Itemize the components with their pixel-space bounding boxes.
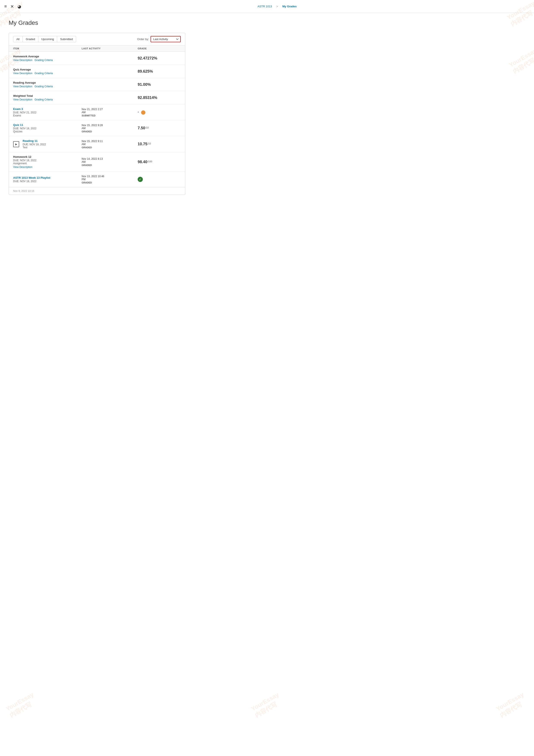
profile-icon[interactable]: ◕ — [17, 4, 21, 9]
reading11-date: Nov 15, 2022 9:11 — [82, 140, 138, 143]
reading11-status: GRADED — [82, 146, 138, 149]
hw12-title: Homework 12 — [13, 155, 82, 158]
playlist-check-icon: ✓ — [138, 177, 143, 182]
summary-row-homework: Homework Average View Description Gradin… — [9, 52, 185, 65]
exam3-status-icon — [141, 110, 145, 115]
order-by-select[interactable]: Last Activity Due Date Title Grade — [151, 36, 181, 42]
reading-avg-grade: 91.00% — [138, 82, 181, 87]
homework-avg-title: Homework Average — [13, 55, 82, 58]
homework-view-desc[interactable]: View Description — [13, 59, 32, 62]
close-icon[interactable]: ✕ — [10, 4, 14, 9]
playlist-status: GRADED — [82, 181, 138, 184]
quiz11-item: Quiz 11 DUE: NOV 18, 2022 Quizzes — [13, 123, 82, 133]
menu-icon[interactable]: ≡ — [4, 4, 7, 9]
filter-tab-upcoming[interactable]: Upcoming — [38, 36, 57, 42]
quiz11-title[interactable]: Quiz 11 — [13, 123, 82, 126]
homework-avg-grade-value: 92.47272% — [138, 56, 157, 60]
quiz-view-desc[interactable]: View Description — [13, 72, 32, 75]
reading-grading-criteria[interactable]: Grading Criteria — [35, 85, 53, 88]
quiz11-grade-fraction: 7.50 /10 — [138, 126, 181, 130]
col-header-item: ITEM — [13, 47, 82, 50]
table-row: Exam 3 DUE: NOV 21, 2022 Exams Nov 21, 2… — [9, 104, 185, 120]
grades-container: All Graded Upcoming Submitted Order by: … — [9, 33, 185, 195]
exam3-date: Nov 21, 2022 2:27 — [82, 108, 138, 111]
hw12-due: DUE: NOV 18, 2022 — [13, 159, 82, 162]
exam3-status: SUBMITTED — [82, 114, 138, 117]
truncated-row: Nov 8, 2022 10:16 — [9, 187, 185, 195]
reading11-play-button[interactable]: ▶ — [13, 141, 19, 147]
summary-item-homework: Homework Average View Description Gradin… — [13, 55, 82, 62]
filter-row: All Graded Upcoming Submitted Order by: … — [9, 33, 185, 45]
reading-avg-title: Reading Average — [13, 81, 82, 84]
summary-item-weighted: Weighted Total View Description Grading … — [13, 94, 82, 101]
playlist-item: ASTR 1013 Week 13 Playlist DUE: NOV 18, … — [13, 176, 82, 183]
hw12-status: GRADED — [82, 164, 138, 166]
reading11-time: AM — [82, 143, 86, 146]
reading-avg-links: View Description Grading Criteria — [13, 85, 82, 88]
quiz11-time: AM — [82, 127, 86, 130]
filter-tab-all[interactable]: All — [13, 36, 23, 42]
reading11-item: ▶ Reading 11 DUE: NOV 18, 2022 Test — [13, 139, 82, 149]
table-row: Homework 12 DUE: NOV 18, 2022 Assignment… — [9, 152, 185, 172]
table-row: ASTR 1013 Week 13 Playlist DUE: NOV 18, … — [9, 172, 185, 187]
order-by-section: Order by: Last Activity Due Date Title G… — [137, 36, 181, 42]
hw12-item: Homework 12 DUE: NOV 18, 2022 Assignment… — [13, 155, 82, 169]
hw12-view-desc[interactable]: View Description — [13, 166, 32, 169]
col-header-grade: GRADE — [138, 47, 181, 50]
quiz11-status: GRADED — [82, 130, 138, 133]
reading-avg-grade-value: 91.00% — [138, 82, 151, 87]
hw12-grade-denom: /100 — [147, 160, 152, 163]
weighted-view-desc[interactable]: View Description — [13, 98, 32, 101]
reading11-grade-value: 10.75 — [138, 142, 147, 147]
hw12-time: AM — [82, 160, 86, 163]
summary-item-quiz: Quiz Average View Description Grading Cr… — [13, 68, 82, 75]
playlist-due: DUE: NOV 18, 2022 — [13, 180, 82, 183]
quiz-grading-criteria[interactable]: Grading Criteria — [35, 72, 53, 75]
reading-view-desc[interactable]: View Description — [13, 85, 32, 88]
hw12-activity: Nov 14, 2022 8:13 AM GRADED — [82, 157, 138, 166]
reading11-due: DUE: NOV 18, 2022 — [23, 143, 46, 146]
filter-tab-submitted[interactable]: Submitted — [57, 36, 76, 42]
hw12-grade-value: 98.40 — [138, 160, 147, 164]
weighted-total-grade-value: 92.85314% — [138, 95, 157, 100]
table-row: Quiz 11 DUE: NOV 18, 2022 Quizzes Nov 15… — [9, 120, 185, 136]
exam3-activity: Nov 21, 2022 2:27 AM SUBMITTED — [82, 108, 138, 117]
playlist-title[interactable]: ASTR 1013 Week 13 Playlist — [13, 176, 82, 179]
main-content: My Grades All Graded Upcoming Submitted … — [0, 13, 194, 201]
filter-tab-graded[interactable]: Graded — [23, 36, 38, 42]
summary-row-weighted: Weighted Total View Description Grading … — [9, 91, 185, 104]
exam3-item: Exam 3 DUE: NOV 21, 2022 Exams — [13, 107, 82, 117]
order-by-label: Order by: — [137, 38, 149, 41]
quiz11-grade-value: 7.50 — [138, 126, 145, 130]
quiz11-due: DUE: NOV 18, 2022 — [13, 127, 82, 130]
weighted-total-grade: 92.85314% — [138, 95, 181, 100]
hw12-category: Assignment — [13, 162, 82, 165]
breadcrumb-current: My Grades — [282, 5, 297, 8]
reading11-grade: 10.75 /10 — [138, 142, 181, 147]
homework-avg-links: View Description Grading Criteria — [13, 59, 82, 62]
breadcrumb-course[interactable]: ASTR 1013 — [257, 5, 272, 8]
playlist-grade: ✓ — [138, 177, 181, 182]
page-title: My Grades — [9, 19, 185, 26]
summary-row-quiz: Quiz Average View Description Grading Cr… — [9, 65, 185, 78]
weighted-total-links: View Description Grading Criteria — [13, 98, 82, 101]
reading11-activity: Nov 15, 2022 9:11 AM GRADED — [82, 140, 138, 149]
quiz-avg-title: Quiz Average — [13, 68, 82, 71]
exam3-title[interactable]: Exam 3 — [13, 107, 82, 111]
exam3-category: Exams — [13, 114, 82, 117]
exam3-time: AM — [82, 111, 86, 114]
reading11-grade-fraction: 10.75 /10 — [138, 142, 181, 147]
exam3-due: DUE: NOV 21, 2022 — [13, 111, 82, 114]
reading11-grade-denom: /10 — [147, 142, 151, 145]
homework-grading-criteria[interactable]: Grading Criteria — [35, 59, 53, 62]
quiz11-category: Quizzes — [13, 130, 82, 133]
breadcrumb-separator: > — [276, 5, 278, 8]
truncated-text: Nov 8, 2022 10:16 — [13, 189, 34, 193]
reading11-category: Test — [23, 146, 46, 149]
column-headers: ITEM LAST ACTIVITY GRADE — [9, 45, 185, 52]
exam3-grade: - — [138, 110, 181, 115]
weighted-grading-criteria[interactable]: Grading Criteria — [35, 98, 53, 101]
quiz11-activity: Nov 15, 2022 9:28 AM GRADED — [82, 124, 138, 133]
reading11-title[interactable]: Reading 11 — [23, 139, 46, 143]
hw12-grade-fraction: 98.40 /100 — [138, 160, 181, 164]
